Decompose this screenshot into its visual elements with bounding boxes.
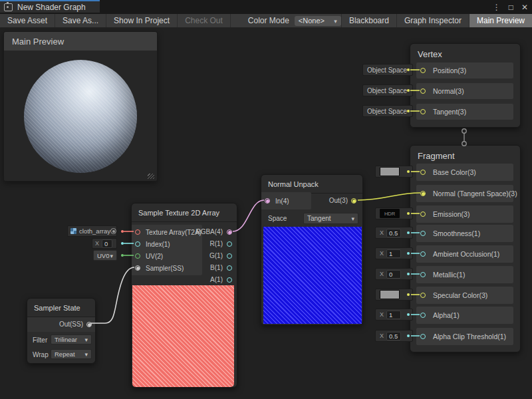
color-swatch[interactable] (380, 290, 400, 299)
port-b[interactable] (227, 265, 232, 271)
port-g[interactable] (227, 253, 232, 259)
main-preview-panel[interactable]: Main Preview (3, 31, 158, 182)
widget-metallic[interactable]: X 0 (375, 268, 413, 280)
slot-label: Smoothness(1) (433, 229, 480, 237)
port-r[interactable] (227, 241, 232, 247)
widget-normal-space[interactable]: Object Space (362, 84, 413, 96)
widget-base-color[interactable] (375, 166, 413, 178)
filter-label: Filter (33, 336, 47, 344)
check-out-button: Check Out (178, 14, 231, 27)
port-texture-array[interactable] (135, 229, 140, 235)
node-vertex[interactable]: Vertex Position(3) Normal(3) Tangent(3) (410, 43, 521, 128)
connector-dot (407, 170, 410, 173)
edge-rgba-to-in[interactable] (233, 200, 264, 231)
port-a[interactable] (227, 277, 232, 283)
kebab-menu-icon[interactable] (493, 3, 501, 11)
blackboard-toggle[interactable]: Blackboard (341, 14, 396, 27)
output-label-a: A(1) (210, 276, 223, 283)
widget-specular-color[interactable] (375, 289, 413, 301)
widget-ambient-occlusion[interactable]: X 1 (375, 247, 413, 259)
wrap-dropdown[interactable]: Repeat (51, 349, 92, 359)
port-ambient-occlusion[interactable] (420, 251, 426, 257)
slot-label: Base Color(3) (433, 168, 476, 176)
close-icon[interactable] (521, 3, 528, 11)
tab-new-shader-graph[interactable]: New Shader Graph (0, 0, 100, 13)
main-preview-header[interactable]: Main Preview (4, 32, 157, 51)
input-slot-block: Texture Array(T2A) Index(1) UV(2) Sample… (132, 225, 202, 275)
float-field[interactable]: 0.5 (386, 332, 401, 340)
graph-inspector-toggle[interactable]: Graph Inspector (396, 14, 469, 27)
save-asset-button[interactable]: Save Asset (0, 14, 55, 27)
port-sampler[interactable] (135, 265, 140, 271)
port-base-color[interactable] (420, 170, 426, 175)
edge-sampler-state[interactable] (90, 267, 134, 323)
port-emission[interactable] (420, 211, 426, 217)
connector-dot (407, 334, 410, 337)
preview-sphere[interactable] (24, 60, 137, 173)
widget-position-space[interactable]: Object Space (362, 64, 413, 76)
filter-dropdown[interactable]: Trilinear (51, 334, 92, 344)
object-picker-icon[interactable] (110, 228, 116, 234)
port-index[interactable] (135, 241, 140, 247)
connector-dot (407, 110, 410, 112)
port-alpha-clip-threshold[interactable] (420, 334, 426, 339)
float-field[interactable]: 0.5 (386, 229, 401, 237)
slot-label: Tangent(3) (433, 108, 466, 116)
texture-thumbnail-icon (70, 228, 76, 234)
color-mode-dropdown[interactable]: <None> (295, 16, 341, 26)
connector-dot (407, 252, 410, 255)
chevron-down-icon (84, 336, 88, 343)
uv-channel-dropdown[interactable]: UV0 (93, 250, 117, 261)
slot-label: Specular Color(3) (433, 291, 487, 299)
node-sampler-state[interactable]: Sampler State Out(SS) Filter Trilinear W… (27, 298, 96, 364)
port-out-ss[interactable] (86, 322, 92, 327)
save-as-button[interactable]: Save As... (55, 14, 106, 27)
slot-smoothness: Smoothness(1) (416, 225, 513, 242)
port-tangent[interactable] (420, 109, 426, 114)
float-field[interactable]: 1 (386, 311, 401, 319)
float-field[interactable]: 1 (386, 249, 401, 258)
widget-alpha-clip-threshold[interactable]: X 0.5 (375, 330, 413, 342)
connector-dot (407, 313, 410, 316)
axis-label: X (380, 250, 384, 257)
slot-label: Normal (Tangent Space)(3) (433, 190, 517, 198)
port-smoothness[interactable] (420, 231, 426, 236)
port-normal[interactable] (420, 88, 426, 94)
widget-smoothness[interactable]: X 0.5 (375, 227, 413, 239)
port-rgba[interactable] (227, 229, 232, 235)
main-preview-toggle[interactable]: Main Preview (469, 14, 532, 27)
port-in[interactable] (265, 198, 270, 203)
connector-dot (407, 212, 410, 215)
widget-alpha[interactable]: X 1 (375, 309, 413, 321)
chevron-down-icon (351, 215, 354, 222)
space-dropdown[interactable]: Tangent (303, 213, 358, 224)
slot-label: Alpha Clip Threshold(1) (433, 332, 506, 340)
widget-index-value[interactable]: X 0 (92, 238, 117, 249)
port-alpha[interactable] (420, 313, 426, 318)
show-in-project-button[interactable]: Show In Project (106, 14, 178, 27)
port-position[interactable] (420, 68, 426, 73)
color-mode-value: <None> (299, 17, 325, 25)
widget-tangent-space[interactable]: Object Space (362, 105, 413, 117)
port-uv[interactable] (135, 253, 140, 259)
connector-dot (407, 293, 410, 296)
node-fragment[interactable]: Fragment Base Color(3) Normal (Tangent S… (410, 145, 521, 352)
wrap-value: Repeat (55, 350, 75, 358)
node-sample-texture-2d-array[interactable]: Sample Texture 2D Array Texture Array(T2… (131, 203, 237, 388)
port-normal-tangent-space[interactable] (420, 191, 426, 196)
port-out[interactable] (351, 198, 356, 203)
widget-texture-array-property[interactable]: cloth_array (67, 225, 117, 237)
color-swatch[interactable] (380, 167, 400, 176)
color-mode-label: Color Mode (248, 16, 289, 25)
space-value: Tangent (307, 215, 331, 222)
resize-handle-icon[interactable] (148, 174, 154, 179)
port-metallic[interactable] (420, 272, 426, 277)
port-specular-color[interactable] (420, 293, 426, 298)
connector-dot (407, 68, 410, 71)
float-field[interactable]: 0 (102, 239, 112, 248)
node-normal-unpack[interactable]: Normal Unpack In(4) Out(3) Space Tangent (261, 174, 363, 325)
maximize-icon[interactable] (509, 3, 513, 11)
float-field[interactable]: 0 (386, 270, 401, 279)
hdr-color-swatch[interactable]: HDR (380, 209, 400, 218)
widget-emission[interactable]: HDR (375, 207, 413, 219)
